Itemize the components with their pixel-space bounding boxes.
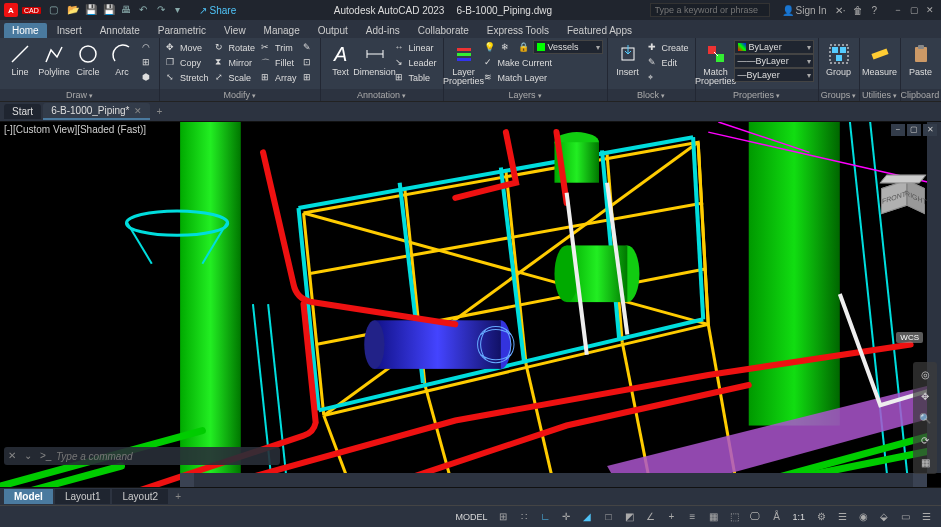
qat-new-icon[interactable]: ▢ [49, 4, 61, 16]
basket-icon[interactable]: 🗑 [853, 5, 863, 16]
layer-freeze-icon[interactable]: ❄ [499, 40, 514, 55]
draw-misc-1[interactable]: ◠ [140, 40, 155, 55]
status-grid-icon[interactable]: ⊞ [494, 509, 512, 525]
create-block-button[interactable]: ✚Create [646, 40, 691, 55]
arc-button[interactable]: Arc [106, 40, 138, 77]
status-am-icon[interactable]: Å [767, 509, 785, 525]
status-dyn-icon[interactable]: + [662, 509, 680, 525]
edit-block-button[interactable]: ✎Edit [646, 55, 691, 70]
status-otrack-icon[interactable]: ∠ [641, 509, 659, 525]
tab-output[interactable]: Output [310, 23, 356, 38]
nav-wheel-icon[interactable]: ◎ [916, 365, 934, 383]
status-ws-icon[interactable]: ⚙ [812, 509, 830, 525]
status-osnap-icon[interactable]: □ [599, 509, 617, 525]
maximize-button[interactable]: ▢ [907, 4, 921, 16]
circle-button[interactable]: Circle [72, 40, 104, 77]
linetype-combo[interactable]: — ByLayer [734, 68, 814, 82]
nav-orbit-icon[interactable]: ⟳ [916, 431, 934, 449]
scale-button[interactable]: ⤢Scale [213, 70, 258, 85]
dimension-button[interactable]: Dimension [359, 40, 391, 77]
panel-groups-label[interactable]: Groups▾ [819, 89, 859, 101]
move-button[interactable]: ✥Move [164, 40, 211, 55]
modify-misc-2[interactable]: ⊡ [301, 55, 316, 70]
copy-button[interactable]: ❐Copy [164, 55, 211, 70]
trim-button[interactable]: ✂Trim [259, 40, 299, 55]
panel-modify-label[interactable]: Modify▾ [160, 89, 320, 101]
viewcube-front[interactable]: FRONT [881, 180, 907, 214]
qat-dropdown-icon[interactable]: ▾ [175, 4, 187, 16]
mirror-button[interactable]: ⧗Mirror [213, 55, 258, 70]
nav-showmotion-icon[interactable]: ▦ [916, 453, 934, 471]
leader-button[interactable]: ↘Leader [393, 55, 439, 70]
status-clean-icon[interactable]: ▭ [896, 509, 914, 525]
layer-combo[interactable]: Vessels [533, 40, 603, 54]
qat-open-icon[interactable]: 📂 [67, 4, 79, 16]
minimize-button[interactable]: − [891, 4, 905, 16]
tab-manage[interactable]: Manage [256, 23, 308, 38]
status-qp-icon[interactable]: ⬚ [725, 509, 743, 525]
viewport-label[interactable]: [-][Custom View][Shaded (Fast)] [4, 124, 146, 135]
text-button[interactable]: AText [325, 40, 357, 77]
linear-button[interactable]: ↔Linear [393, 40, 439, 55]
edit-attributes-button[interactable]: ⌖ [646, 70, 691, 85]
vp-maximize-button[interactable]: ▢ [907, 124, 921, 136]
tab-annotate[interactable]: Annotate [92, 23, 148, 38]
command-input[interactable] [56, 451, 276, 462]
tab-collaborate[interactable]: Collaborate [410, 23, 477, 38]
tab-insert[interactable]: Insert [49, 23, 90, 38]
layout-tab-model[interactable]: Model [4, 489, 53, 504]
help-icon[interactable]: ? [871, 5, 877, 16]
status-lwt-icon[interactable]: ≡ [683, 509, 701, 525]
tab-parametric[interactable]: Parametric [150, 23, 214, 38]
close-tab-icon[interactable]: ✕ [134, 106, 142, 116]
polyline-button[interactable]: Polyline [38, 40, 70, 77]
match-properties-button[interactable]: Match Properties [700, 40, 732, 86]
panel-properties-label[interactable]: Properties▾ [696, 89, 818, 101]
panel-block-label[interactable]: Block▾ [608, 89, 695, 101]
status-hw-icon[interactable]: ◉ [854, 509, 872, 525]
status-tpy-icon[interactable]: ▦ [704, 509, 722, 525]
panel-clipboard-label[interactable]: Clipboard▾ [901, 89, 941, 101]
viewport[interactable]: [-][Custom View][Shaded (Fast)] − ▢ ✕ [0, 122, 941, 487]
search-input[interactable] [650, 3, 770, 17]
model-canvas[interactable] [0, 122, 941, 487]
panel-draw-label[interactable]: Draw▾ [0, 89, 159, 101]
group-button[interactable]: Group [823, 40, 855, 77]
qat-saveas-icon[interactable]: 💾 [103, 4, 115, 16]
add-tab-button[interactable]: + [152, 106, 168, 117]
paste-button[interactable]: Paste [905, 40, 937, 77]
tab-home[interactable]: Home [4, 23, 47, 38]
cmd-history-icon[interactable]: ✕ [8, 450, 20, 462]
match-layer-button[interactable]: ≋Match Layer [482, 70, 603, 85]
make-current-button[interactable]: ✓Make Current [482, 55, 603, 70]
qat-redo-icon[interactable]: ↷ [157, 4, 169, 16]
exchange-icon[interactable]: ✕· [835, 5, 846, 16]
layer-properties-button[interactable]: Layer Properties [448, 40, 480, 86]
scrollbar-horizontal[interactable] [180, 473, 927, 487]
fillet-button[interactable]: ⌒Fillet [259, 55, 299, 70]
tab-view[interactable]: View [216, 23, 254, 38]
status-ortho-icon[interactable]: ∟ [536, 509, 554, 525]
panel-layers-label[interactable]: Layers▾ [444, 89, 607, 101]
modify-misc-1[interactable]: ✎ [301, 40, 316, 55]
panel-utilities-label[interactable]: Utilities▾ [860, 89, 900, 101]
table-button[interactable]: ⊞Table [393, 70, 439, 85]
status-custom-icon[interactable]: ☰ [917, 509, 935, 525]
signin-button[interactable]: 👤 Sign In [782, 5, 827, 16]
status-scale[interactable]: 1:1 [788, 512, 809, 522]
modify-misc-3[interactable]: ⊞ [301, 70, 316, 85]
nav-pan-icon[interactable]: ✥ [916, 387, 934, 405]
layout-tab-layout1[interactable]: Layout1 [55, 489, 111, 504]
status-anno-icon[interactable]: ☰ [833, 509, 851, 525]
layout-tab-layout2[interactable]: Layout2 [112, 489, 168, 504]
status-sc-icon[interactable]: 🖵 [746, 509, 764, 525]
rotate-button[interactable]: ↻Rotate [213, 40, 258, 55]
color-combo[interactable]: ByLayer [734, 40, 814, 54]
view-cube[interactable]: FRONT RIGHT [873, 172, 923, 222]
status-isodraft-icon[interactable]: ◢ [578, 509, 596, 525]
status-polar-icon[interactable]: ✛ [557, 509, 575, 525]
array-button[interactable]: ⊞Array [259, 70, 299, 85]
tab-featured[interactable]: Featured Apps [559, 23, 640, 38]
status-snap-icon[interactable]: ∷ [515, 509, 533, 525]
qat-undo-icon[interactable]: ↶ [139, 4, 151, 16]
